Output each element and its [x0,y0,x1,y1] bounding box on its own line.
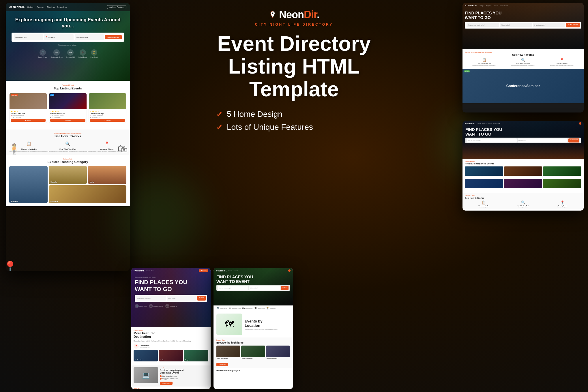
bcl-search-btn[interactable]: SEARCH [197,296,206,301]
frt-cat-outdoor-label: Outdoor Events [543,188,581,190]
frt-search-btn[interactable]: SEARCH NOW [568,138,579,142]
lm-cat-school[interactable]: 🎓 School Event [78,49,87,58]
checkmark-icon-1: ✓ [216,110,223,119]
bcl-search-now-btn[interactable]: SEARCH NOW [160,382,173,385]
lm-hero: 🏷 NeonDir. Listing ▾ Pages ▾ About us Co… [6,3,130,81]
tr-nav-contact[interactable]: Contact us ▾ [500,5,508,7]
bcl-nav-find[interactable]: Find ▾ [151,270,154,271]
bcr-search-btn[interactable]: SEARCH [281,286,289,290]
bcr-events-location: 🗺 Events byLocation Bloomsbury,luxury ho… [214,311,293,337]
lm-cat-gym[interactable]: 🏋 Gym Event [90,49,98,58]
lm-nav-link-about[interactable]: About us [47,6,55,8]
bcr-thumb-2[interactable]: Baltic Tech Summit [241,346,265,360]
tr-nav-pages[interactable]: Pages ▾ [486,5,491,7]
frt-nav-links: Listing ▾ Pages ▾ About us Contact us ▾ [477,123,578,124]
tr-search-what[interactable]: What are you Looking for? [467,23,499,27]
lm-nav-link-pages[interactable]: Pages ▾ [37,6,44,8]
bcr-nav-home[interactable]: Home ▾ [228,270,232,271]
lm-card-1-addr: 📍 92 South Park Avenue [11,115,46,116]
tr-search-where[interactable]: Where to find? [500,23,532,27]
bcr-cat-5[interactable]: 🏋 Gym Event [266,307,276,310]
bcl-nav-links: Home ▾ Find ▾ [146,270,197,271]
bcr-cat-3[interactable]: 🛍 Shopping Hall [242,307,252,310]
bcl-cat-shop[interactable]: 🛍 Shopping Hall [165,304,177,308]
tr-step-1-desc: Bloomsbury,luxury hotel in the heart of … [465,65,504,66]
tr-search-category[interactable]: In what category? [533,23,565,27]
lm-login-btn[interactable]: Login or Register [107,5,126,9]
frt-cat-nightlife-label: Nightlife [504,188,542,190]
frt-cat-sport[interactable]: Sport Events [504,166,542,178]
bcr-thumb-3[interactable]: Baltic Tech Summit [266,346,290,360]
lm-card-2-stars: ★★★★ 4.3 [50,110,85,112]
bcr-cat-5-label: Gym Event [270,307,276,309]
frt-search-what[interactable]: What are you Looking for? [467,138,517,142]
frt-cat-surf[interactable]: Surf & Events [465,179,503,190]
bcr-search-where[interactable]: Where to find? [249,286,280,290]
lm-card-1-btn[interactable]: ★ Featured [11,119,46,122]
bcr-search-what[interactable]: What are you Looking for? [218,286,248,290]
frt-cat-outdoor[interactable]: Outdoor Events [543,179,581,190]
bcr-nav-listings[interactable]: Listings ▾ [233,270,238,271]
bcl-step-dot-1 [160,375,162,377]
tr-nav-listing[interactable]: Listing ▾ [479,5,484,7]
lm-cat-gym-icon: 🏋 [91,49,97,56]
frt-nav-pages[interactable]: Pages ▾ [482,123,486,124]
bcr-browse-bottom: Browse the highlights [214,368,293,373]
frt-search-where[interactable]: Where to find? [518,138,568,142]
tr-search: What are you Looking for? Where to find?… [465,22,581,29]
lm-card-2[interactable]: New ★★★★ 4.3 Private Hotel-Spa 📍 92 Sout… [49,93,87,123]
frt-nav-about[interactable]: About us [488,123,492,124]
tr-nav-about[interactable]: About us [493,5,499,7]
lm-nav-link-listing[interactable]: Listing ▾ [27,6,35,8]
bcl-search-where[interactable]: Where to find? [167,296,196,301]
lm-card-2-image: New [49,93,86,109]
lm-trend-australia[interactable]: Australia [49,185,126,203]
lm-nav-link-contact[interactable]: Contact us [57,6,67,8]
lm-cat-shopping[interactable]: 🛍 Shopping Hall [66,49,75,58]
lm-trend-england[interactable]: England [9,166,48,203]
lm-how-step-2: 🔍 Find What You Want Bloomsbury,luxury h… [48,140,87,152]
lm-card-2-btn[interactable]: ★ Featured [50,119,85,122]
lm-card-1-body: ★★★★ 4.3 Private Hotel-Spa 📍 92 South Pa… [10,109,47,123]
bcl-cat-concert-icon: 🎵 [135,304,139,308]
lm-cat-concert[interactable]: 🎵 Concert Event [38,49,47,58]
frt-cat-nightlife[interactable]: Nightlife [504,179,542,190]
frt-cat-river[interactable]: River Events [465,166,503,178]
bcr-cat-2[interactable]: 🍽 Restaurant Event [229,307,241,310]
bcl-cat-concert[interactable]: 🎵 Concert Event [135,304,147,308]
lm-listing-label: Featured Event [9,84,126,86]
lm-search-category[interactable]: All Categories ▾ [75,34,104,40]
bcr-browse-bottom-title: Browse the highlights [216,369,290,372]
bcl-nav-home[interactable]: Home ▾ [146,270,150,271]
frt-cat-nightlife-img [504,179,542,188]
frt-how: Discover Event See How it Works 📋 Choose… [462,193,584,209]
lm-cat-restaurant[interactable]: 🍽 Restaurants Event [51,49,63,58]
bcl-nav: 🏷 NeonDir. Home ▾ Find ▾ + Add Listing [131,268,211,273]
tr-hero-content: FIND PLACES YOUWANT TO GO What are you L… [462,8,584,31]
bcr-thumb-1[interactable]: Baltic Tech Summit [216,346,240,360]
frt-nav-contact[interactable]: Contact us ▾ [493,123,500,124]
lm-card-2-badge: New [50,94,54,96]
lm-card-3-btn[interactable]: ★ Featured [90,119,125,122]
bcl-logo: 🏷 NeonDir. [134,270,145,272]
lm-trend-canada[interactable]: Canada [49,166,87,184]
frt-hero: 🏷 NeonDir. Listing ▾ Pages ▾ About us Co… [462,121,584,159]
bcl-mini-loc-london-label: London [160,359,164,361]
bcl-search-what[interactable]: What are you Looking for? [136,296,166,301]
bcl-cat-restaurant[interactable]: 🍽 Restaurants Event [149,304,163,308]
tr-search-btn[interactable]: SEARCH NOW [566,23,580,27]
lm-card-3[interactable]: ★★★★ 4.5 Private Hotel-Spa 📍 92 South Pa… [89,93,126,123]
lm-card-1-stars: ★★★★ 4.3 [11,110,46,112]
bcl-add-listing-btn[interactable]: + Add Listing [199,269,208,272]
bcl-hero-title: FIND PLACES YOUWANT TO GO [135,279,207,292]
frt-cat-school[interactable]: School Events [543,166,581,178]
lm-card-1[interactable]: New Place ★★★★ 4.3 Private Hotel-Spa 📍 9… [9,93,47,123]
bcr-load-more-btn[interactable]: Load More [216,363,228,366]
bcr-cat-1[interactable]: 🎵 Concert Event [216,307,227,310]
lm-trend-india[interactable]: India [88,166,126,184]
lm-search-location[interactable]: 📍 Location [44,34,73,40]
frt-nav-listing[interactable]: Listing ▾ [477,123,481,124]
lm-search-btn[interactable]: SEARCH NOW [105,35,122,39]
lm-search-get-listing[interactable]: Get Listing for... [14,34,43,40]
bcr-cat-4[interactable]: 🎓 School Event [254,307,265,310]
